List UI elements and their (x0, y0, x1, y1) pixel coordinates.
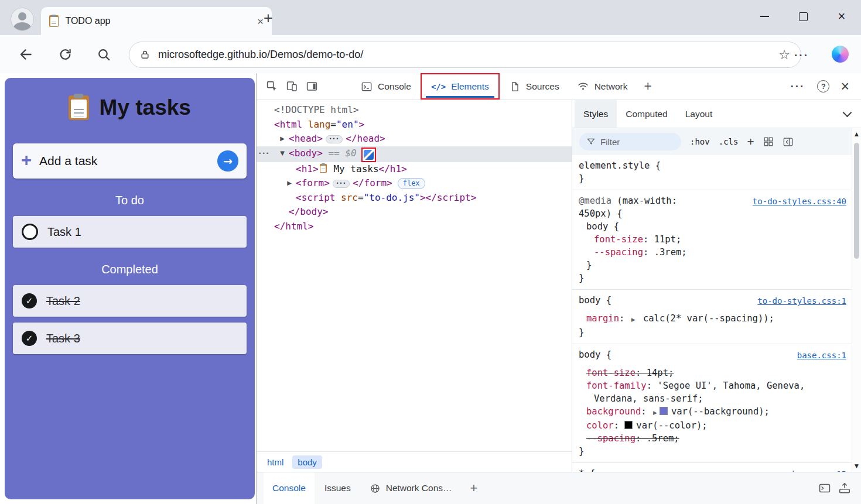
grid-overlay-icon[interactable] (763, 136, 774, 147)
stylesheet-link[interactable]: to-do-styles.css:40 (753, 195, 846, 208)
styles-scrollbar[interactable]: ▲ ▼ (852, 128, 861, 472)
unchecked-circle-icon[interactable] (22, 224, 38, 240)
css-declaration-line[interactable]: color: var(--color); (579, 419, 845, 432)
css-declaration-line[interactable]: font-size: 11pt; (579, 233, 845, 246)
flex-badge[interactable]: flex (398, 178, 425, 189)
inline-expand-icon[interactable]: ••• (326, 135, 343, 143)
css-declaration-line[interactable]: Verdana, sans-serif; (579, 392, 845, 405)
new-tab-button[interactable]: + (264, 9, 273, 28)
checked-circle-icon[interactable]: ✓ (22, 293, 37, 308)
add-task-input[interactable]: Add a task (39, 154, 210, 168)
stylesheet-link[interactable]: base.css:15 (792, 468, 846, 472)
disclosure-right-icon[interactable]: ▶ (278, 132, 287, 146)
tab-styles[interactable]: Styles (575, 100, 617, 128)
task-row[interactable]: ✓Task 3 (13, 323, 247, 354)
dom-node-line[interactable]: <h1> My tasks</h1> (257, 162, 572, 177)
sidebar-toggle-icon[interactable] (783, 136, 794, 148)
new-style-rule-button[interactable]: + (747, 135, 754, 149)
hover-state-button[interactable]: :hov (690, 137, 710, 146)
close-devtools-icon[interactable]: × (836, 78, 854, 95)
address-bar[interactable]: microsoftedge.github.io/Demos/demo-to-do… (129, 42, 801, 68)
breadcrumb-body[interactable]: body (292, 455, 322, 469)
add-task-submit-button[interactable]: → (217, 150, 238, 172)
browser-tab[interactable]: TODO app × (41, 7, 272, 35)
drawer-tab-network-console[interactable]: Network Cons… (361, 472, 461, 504)
color-swatch[interactable] (624, 421, 633, 429)
browser-window: TODO app × + × microsoftedge.github.io/D… (0, 0, 861, 504)
tab-console[interactable]: Console (353, 73, 419, 100)
scrollbar-thumb[interactable] (854, 143, 859, 259)
node-menu-icon[interactable]: ••• (258, 146, 269, 161)
css-declaration-line[interactable]: } (579, 272, 845, 284)
css-declaration-line[interactable]: } (579, 259, 845, 272)
css-declaration-line[interactable]: } (579, 445, 845, 458)
close-window-button[interactable]: × (822, 0, 861, 33)
dom-node-line[interactable]: ▶<head>•••</head> (257, 132, 572, 146)
dom-node-line[interactable]: ▶<form>•••</form>flex (257, 176, 572, 191)
disclosure-down-icon[interactable]: ▼ (278, 146, 287, 161)
css-declaration-line[interactable]: background: ▶var(--background); (579, 405, 845, 419)
css-declaration-line[interactable]: body { (579, 220, 845, 233)
color-swatch[interactable] (660, 407, 668, 415)
favorite-star-icon[interactable]: ☆ (778, 47, 790, 62)
tab-network[interactable]: Network (569, 73, 636, 100)
class-toggle-button[interactable]: .cls (719, 137, 739, 146)
add-tool-button[interactable]: + (637, 78, 659, 94)
dom-overlay-icon[interactable] (364, 150, 374, 160)
css-declaration-line[interactable]: font-family: 'Segoe UI', Tahoma, Geneva, (579, 379, 845, 392)
css-declaration-line[interactable]: --spacing: .3rem; (579, 246, 845, 259)
add-drawer-tool-button[interactable]: + (462, 481, 486, 496)
css-declaration-line[interactable]: 450px) { (579, 207, 845, 220)
stylesheet-link[interactable]: base.css:1 (797, 349, 846, 362)
url-text[interactable]: microsoftedge.github.io/Demos/demo-to-do… (158, 49, 770, 61)
devtools-menu-icon[interactable]: ··· (784, 80, 811, 93)
dom-node-line[interactable]: <html lang="en"> (257, 118, 572, 132)
dock-side-button[interactable] (302, 77, 321, 96)
help-icon[interactable]: ? (817, 80, 829, 92)
dom-node-line[interactable]: •••▼<body> == $0 (257, 146, 572, 162)
tab-computed[interactable]: Computed (617, 100, 676, 128)
back-button[interactable] (18, 46, 34, 63)
css-declaration-line[interactable]: element.style { (579, 159, 845, 172)
dom-node-line[interactable]: <script src="to-do.js"></script> (257, 191, 572, 205)
checked-circle-icon[interactable]: ✓ (22, 331, 37, 346)
add-task-form[interactable]: + Add a task → (13, 143, 247, 179)
css-declaration-line[interactable]: --spacing: .5rem; (579, 432, 845, 445)
css-declaration-line[interactable]: } (579, 326, 845, 339)
copilot-icon[interactable] (832, 46, 849, 63)
dom-node-line[interactable]: </html> (257, 220, 572, 234)
profile-avatar[interactable] (11, 8, 34, 31)
expand-value-icon[interactable]: ▶ (631, 317, 636, 323)
refresh-button[interactable] (57, 46, 73, 63)
search-button[interactable] (95, 46, 112, 63)
disclosure-right-icon[interactable]: ▶ (285, 176, 294, 191)
scroll-down-icon[interactable]: ▼ (852, 463, 861, 469)
css-declaration-line[interactable]: font-size: 14pt; (579, 366, 845, 379)
drawer-tab-issues[interactable]: Issues (316, 472, 360, 504)
stylesheet-link[interactable]: to-do-styles.css:1 (757, 294, 846, 307)
inspect-element-button[interactable] (262, 77, 281, 96)
styles-filter-input[interactable]: Filter (579, 133, 681, 150)
tab-sources[interactable]: Sources (501, 73, 568, 100)
browser-menu-icon[interactable]: ··· (794, 49, 809, 62)
expand-value-icon[interactable]: ▶ (653, 410, 657, 416)
drawer-tab-console[interactable]: Console (264, 472, 315, 504)
css-declaration-line[interactable]: margin: ▶ calc(2* var(--spacing)); (579, 312, 845, 326)
console-tool-button[interactable] (815, 479, 834, 498)
scroll-up-icon[interactable]: ▲ (852, 131, 861, 137)
chevron-down-icon[interactable] (843, 108, 852, 118)
css-declaration-line[interactable]: } (579, 172, 845, 185)
device-emulation-button[interactable] (282, 77, 301, 96)
minimize-button[interactable] (745, 0, 784, 33)
tab-elements[interactable]: </> Elements (421, 73, 500, 100)
tab-layout[interactable]: Layout (676, 100, 722, 128)
task-row[interactable]: ✓Task 2 (13, 285, 247, 317)
dom-node-line[interactable]: <!DOCTYPE html> (257, 103, 572, 118)
maximize-button[interactable] (784, 0, 822, 33)
tab-close-icon[interactable]: × (257, 16, 264, 27)
inline-expand-icon[interactable]: ••• (333, 180, 350, 188)
breadcrumb-html[interactable]: html (262, 455, 289, 469)
expand-drawer-button[interactable] (835, 479, 854, 498)
dom-node-line[interactable]: </body> (257, 205, 572, 220)
task-row[interactable]: Task 1 (13, 216, 247, 248)
